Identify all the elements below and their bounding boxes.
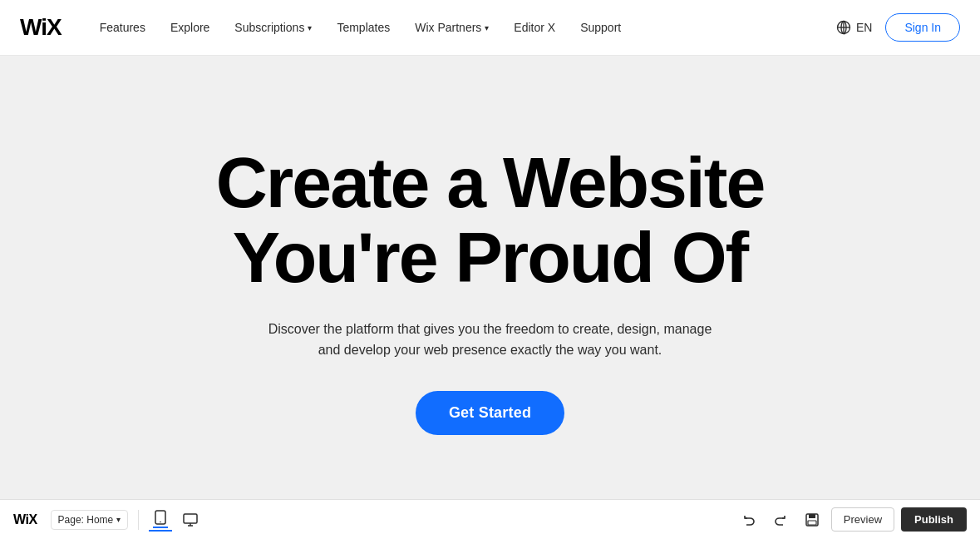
- editor-divider-1: [138, 510, 139, 530]
- page-label: Page: Home: [58, 514, 114, 526]
- active-underline: [153, 527, 168, 528]
- nav-item-features[interactable]: Features: [88, 14, 157, 41]
- wix-logo-wrapper[interactable]: WiX: [20, 14, 62, 41]
- page-selector[interactable]: Page: Home ▾: [51, 510, 129, 530]
- hero-subtitle: Discover the platform that gives you the…: [258, 319, 723, 361]
- desktop-view-button[interactable]: [179, 508, 202, 532]
- navbar: WiX Features Explore Subscriptions ▾ Tem…: [0, 0, 980, 56]
- language-selector[interactable]: EN: [836, 20, 872, 35]
- nav-item-explore[interactable]: Explore: [159, 14, 221, 41]
- svg-rect-6: [184, 514, 197, 523]
- hero-section: Create a Website You're Proud Of Discove…: [0, 56, 980, 499]
- wix-logo: WiX: [20, 14, 62, 41]
- desktop-icon: [183, 513, 198, 527]
- redo-button[interactable]: [768, 507, 793, 532]
- hero-title: Create a Website You're Proud Of: [216, 145, 765, 295]
- sign-in-button[interactable]: Sign In: [885, 13, 960, 42]
- nav-item-wix-partners[interactable]: Wix Partners ▾: [403, 14, 500, 41]
- lang-label: EN: [856, 21, 872, 34]
- mobile-icon: [154, 510, 167, 525]
- page-chevron-icon: ▾: [116, 515, 121, 524]
- save-button[interactable]: [800, 507, 825, 532]
- nav-item-templates[interactable]: Templates: [325, 14, 401, 41]
- svg-rect-10: [809, 514, 815, 518]
- subscriptions-chevron-icon: ▾: [308, 23, 312, 32]
- nav-item-support[interactable]: Support: [569, 14, 633, 41]
- nav-item-editor-x[interactable]: Editor X: [502, 14, 567, 41]
- globe-icon: [836, 20, 851, 35]
- wix-partners-chevron-icon: ▾: [485, 23, 489, 32]
- save-icon: [805, 513, 819, 527]
- editor-wix-logo: WiX: [13, 512, 37, 527]
- get-started-button[interactable]: Get Started: [416, 391, 564, 435]
- mobile-view-button[interactable]: [149, 508, 172, 532]
- nav-item-subscriptions[interactable]: Subscriptions ▾: [223, 14, 323, 41]
- redo-icon: [774, 513, 787, 527]
- undo-icon: [742, 513, 756, 527]
- svg-rect-11: [808, 521, 816, 525]
- editor-bar: WiX Page: Home ▾: [0, 499, 980, 539]
- editor-right-controls: Preview Publish: [736, 507, 967, 532]
- nav-menu: Features Explore Subscriptions ▾ Templat…: [88, 14, 836, 41]
- svg-point-5: [160, 521, 161, 522]
- editor-mode-icons: [149, 508, 202, 532]
- preview-button[interactable]: Preview: [831, 507, 894, 532]
- undo-button[interactable]: [736, 507, 761, 532]
- publish-button[interactable]: Publish: [901, 507, 967, 532]
- navbar-right: EN Sign In: [836, 13, 960, 42]
